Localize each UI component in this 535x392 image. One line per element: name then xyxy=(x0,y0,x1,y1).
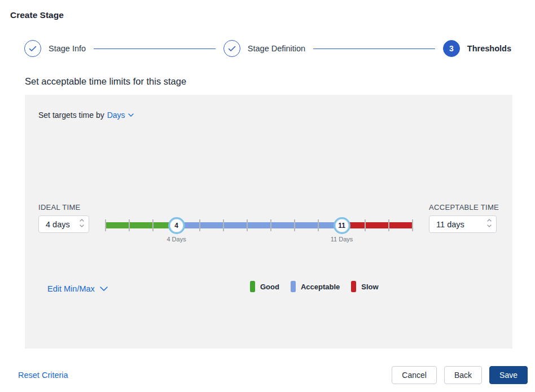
chevron-down-icon xyxy=(128,113,134,117)
ideal-time-group: IDEAL TIME xyxy=(38,203,89,233)
ideal-handle-value-label: 4 Days xyxy=(166,236,186,243)
acceptable-handle-value-label: 11 Days xyxy=(331,236,353,243)
slider-tick xyxy=(270,219,271,231)
check-circle-icon xyxy=(24,40,41,57)
slider-tick xyxy=(152,219,154,231)
slider-tick xyxy=(412,219,413,231)
step-stage-info[interactable]: Stage Info xyxy=(24,40,86,57)
threshold-legend: Good Acceptable Slow xyxy=(250,281,379,292)
slider-tick xyxy=(388,219,389,231)
ideal-handle[interactable]: 4 xyxy=(168,217,185,234)
segment-good xyxy=(106,222,177,228)
slider-tick xyxy=(223,219,224,231)
spinner-up-icon[interactable] xyxy=(79,218,85,222)
stepper: Stage Info Stage Definition 3 Thresholds xyxy=(24,40,511,57)
legend-label: Good xyxy=(260,283,279,291)
step-label-thresholds: Thresholds xyxy=(467,44,511,53)
spinner-down-icon[interactable] xyxy=(486,224,492,228)
check-icon xyxy=(228,46,236,52)
acceptable-handle[interactable]: 11 xyxy=(334,217,350,234)
edit-minmax-label: Edit Min/Max xyxy=(47,284,95,293)
stepper-connector xyxy=(313,49,435,49)
footer: Reset Criteria Cancel Back Save xyxy=(18,366,528,384)
acceptable-time-label: ACCEPTABLE TIME xyxy=(429,203,499,212)
slider-tick xyxy=(247,219,248,231)
ideal-time-input-wrap xyxy=(38,215,89,233)
slider-tick xyxy=(199,219,200,231)
page-title: Create Stage xyxy=(0,0,535,20)
check-icon xyxy=(29,46,37,52)
legend-label: Slow xyxy=(361,283,378,291)
target-time-prefix: Set targets time by xyxy=(38,111,104,120)
spinner-down-icon[interactable] xyxy=(79,224,85,228)
slider-tick xyxy=(318,219,319,231)
slider-tick xyxy=(365,219,366,231)
slider-track[interactable]: 44 Days1111 Days xyxy=(106,222,413,228)
ideal-time-spinners xyxy=(79,218,85,228)
segment-slow xyxy=(342,222,413,228)
check-circle-icon xyxy=(223,40,240,57)
legend-item-slow: Slow xyxy=(351,281,378,292)
step-label-stage-info: Stage Info xyxy=(49,44,86,53)
unit-dropdown-value: Days xyxy=(107,111,125,120)
cancel-button[interactable]: Cancel xyxy=(392,366,437,384)
acceptable-time-spinners xyxy=(486,218,492,228)
step-thresholds[interactable]: 3 Thresholds xyxy=(443,40,511,57)
slider-row: IDEAL TIME 44 Days1111 Days xyxy=(25,203,512,243)
step-label-stage-definition: Stage Definition xyxy=(248,44,305,53)
slider-tick xyxy=(129,219,130,231)
slow-swatch xyxy=(351,281,356,292)
acceptable-time-input-wrap xyxy=(429,215,497,233)
section-heading: Set acceptable time limits for this stag… xyxy=(25,76,535,87)
good-swatch xyxy=(250,281,255,292)
spinner-up-icon[interactable] xyxy=(486,218,492,222)
unit-dropdown[interactable]: Days xyxy=(107,111,134,120)
acceptable-swatch xyxy=(291,281,296,292)
thresholds-panel: Set targets time by Days IDEAL TIME xyxy=(25,95,512,349)
create-stage-page: Create Stage Stage Info Stage Definition… xyxy=(0,0,535,392)
legend-label: Acceptable xyxy=(301,283,340,291)
reset-criteria-link[interactable]: Reset Criteria xyxy=(18,371,68,380)
chevron-down-icon xyxy=(100,287,108,291)
edit-minmax-toggle[interactable]: Edit Min/Max xyxy=(47,284,108,293)
stepper-connector xyxy=(94,49,216,49)
slider-tick xyxy=(294,219,295,231)
slider-track-wrap: 44 Days1111 Days xyxy=(106,203,413,243)
target-time-row: Set targets time by Days xyxy=(25,95,512,120)
legend-item-acceptable: Acceptable xyxy=(291,281,340,292)
back-button[interactable]: Back xyxy=(444,366,482,384)
step-stage-definition[interactable]: Stage Definition xyxy=(223,40,305,57)
slider-tick xyxy=(105,219,106,231)
acceptable-time-group: ACCEPTABLE TIME xyxy=(429,203,499,233)
ideal-time-label: IDEAL TIME xyxy=(38,203,89,212)
footer-buttons: Cancel Back Save xyxy=(392,366,528,384)
save-button[interactable]: Save xyxy=(489,366,528,384)
legend-item-good: Good xyxy=(250,281,279,292)
step-number-circle: 3 xyxy=(443,40,460,57)
segment-acceptable xyxy=(177,222,342,228)
